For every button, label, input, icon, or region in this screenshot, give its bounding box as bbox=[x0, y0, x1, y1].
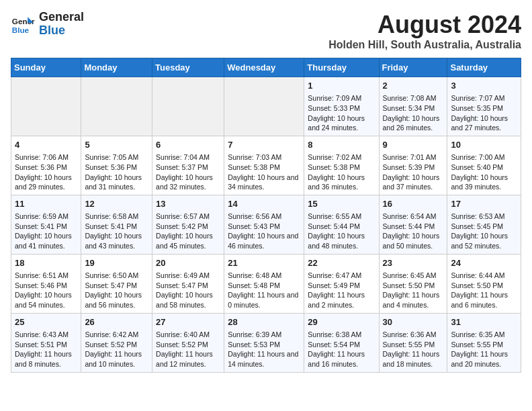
header-saturday: Saturday bbox=[447, 58, 521, 77]
calendar-cell: 13Sunrise: 6:57 AMSunset: 5:42 PMDayligh… bbox=[152, 195, 224, 254]
calendar-cell: 10Sunrise: 7:00 AMSunset: 5:40 PMDayligh… bbox=[447, 136, 521, 195]
day-number: 29 bbox=[308, 316, 375, 328]
calendar-cell: 21Sunrise: 6:48 AMSunset: 5:48 PMDayligh… bbox=[224, 254, 304, 313]
calendar-week-row: 11Sunrise: 6:59 AMSunset: 5:41 PMDayligh… bbox=[11, 195, 521, 254]
calendar-cell: 28Sunrise: 6:39 AMSunset: 5:53 PMDayligh… bbox=[224, 313, 304, 372]
calendar-cell: 26Sunrise: 6:42 AMSunset: 5:52 PMDayligh… bbox=[81, 313, 152, 372]
day-info: Sunrise: 7:01 AMSunset: 5:39 PMDaylight:… bbox=[383, 152, 444, 192]
calendar-cell: 5Sunrise: 7:05 AMSunset: 5:36 PMDaylight… bbox=[81, 136, 152, 195]
calendar-cell bbox=[11, 77, 81, 136]
day-number: 10 bbox=[451, 139, 517, 151]
day-info: Sunrise: 7:08 AMSunset: 5:34 PMDaylight:… bbox=[383, 93, 444, 133]
calendar-cell: 25Sunrise: 6:43 AMSunset: 5:51 PMDayligh… bbox=[11, 313, 81, 372]
calendar-cell: 11Sunrise: 6:59 AMSunset: 5:41 PMDayligh… bbox=[11, 195, 81, 254]
calendar-week-row: 25Sunrise: 6:43 AMSunset: 5:51 PMDayligh… bbox=[11, 313, 521, 372]
day-number: 3 bbox=[451, 80, 517, 92]
calendar-cell: 3Sunrise: 7:07 AMSunset: 5:35 PMDaylight… bbox=[447, 77, 521, 136]
day-number: 14 bbox=[228, 198, 300, 210]
day-number: 5 bbox=[85, 139, 148, 151]
day-info: Sunrise: 6:51 AMSunset: 5:46 PMDaylight:… bbox=[15, 271, 77, 310]
calendar-cell: 16Sunrise: 6:54 AMSunset: 5:44 PMDayligh… bbox=[379, 195, 447, 254]
day-number: 24 bbox=[451, 257, 517, 269]
calendar-header-row: Sunday Monday Tuesday Wednesday Thursday… bbox=[11, 58, 521, 77]
day-info: Sunrise: 6:44 AMSunset: 5:50 PMDaylight:… bbox=[451, 271, 517, 310]
day-number: 9 bbox=[383, 139, 444, 151]
page-header: General Blue General Blue August 2024 Ho… bbox=[11, 11, 521, 51]
main-title: August 2024 bbox=[328, 11, 521, 39]
calendar-cell: 2Sunrise: 7:08 AMSunset: 5:34 PMDaylight… bbox=[379, 77, 447, 136]
calendar-cell: 8Sunrise: 7:02 AMSunset: 5:38 PMDaylight… bbox=[304, 136, 379, 195]
calendar-cell: 23Sunrise: 6:45 AMSunset: 5:50 PMDayligh… bbox=[379, 254, 447, 313]
day-info: Sunrise: 6:55 AMSunset: 5:44 PMDaylight:… bbox=[308, 212, 375, 251]
day-info: Sunrise: 6:42 AMSunset: 5:52 PMDaylight:… bbox=[85, 330, 148, 369]
calendar-cell: 4Sunrise: 7:06 AMSunset: 5:36 PMDaylight… bbox=[11, 136, 81, 195]
logo-icon: General Blue bbox=[11, 12, 35, 36]
header-sunday: Sunday bbox=[11, 58, 81, 77]
calendar-cell bbox=[224, 77, 304, 136]
day-number: 17 bbox=[451, 198, 517, 210]
day-number: 19 bbox=[85, 257, 148, 269]
day-info: Sunrise: 7:00 AMSunset: 5:40 PMDaylight:… bbox=[451, 152, 517, 192]
day-number: 18 bbox=[15, 257, 77, 269]
day-info: Sunrise: 6:39 AMSunset: 5:53 PMDaylight:… bbox=[228, 330, 300, 369]
day-number: 21 bbox=[228, 257, 300, 269]
calendar-cell: 7Sunrise: 7:03 AMSunset: 5:38 PMDaylight… bbox=[224, 136, 304, 195]
day-number: 12 bbox=[85, 198, 148, 210]
logo-text: General Blue bbox=[39, 11, 84, 38]
day-info: Sunrise: 7:06 AMSunset: 5:36 PMDaylight:… bbox=[15, 152, 77, 192]
day-info: Sunrise: 6:59 AMSunset: 5:41 PMDaylight:… bbox=[15, 212, 77, 251]
calendar-cell: 1Sunrise: 7:09 AMSunset: 5:33 PMDaylight… bbox=[304, 77, 379, 136]
day-number: 23 bbox=[383, 257, 444, 269]
day-number: 30 bbox=[383, 316, 444, 328]
day-info: Sunrise: 6:49 AMSunset: 5:47 PMDaylight:… bbox=[156, 271, 220, 310]
calendar-table: Sunday Monday Tuesday Wednesday Thursday… bbox=[11, 58, 521, 373]
day-info: Sunrise: 7:03 AMSunset: 5:38 PMDaylight:… bbox=[228, 152, 300, 192]
title-block: August 2024 Holden Hill, South Australia… bbox=[328, 11, 521, 51]
day-info: Sunrise: 6:45 AMSunset: 5:50 PMDaylight:… bbox=[383, 271, 444, 310]
day-number: 2 bbox=[383, 80, 444, 92]
day-info: Sunrise: 6:50 AMSunset: 5:47 PMDaylight:… bbox=[85, 271, 148, 310]
day-info: Sunrise: 7:07 AMSunset: 5:35 PMDaylight:… bbox=[451, 93, 517, 133]
calendar-cell: 20Sunrise: 6:49 AMSunset: 5:47 PMDayligh… bbox=[152, 254, 224, 313]
calendar-cell: 9Sunrise: 7:01 AMSunset: 5:39 PMDaylight… bbox=[379, 136, 447, 195]
day-info: Sunrise: 6:48 AMSunset: 5:48 PMDaylight:… bbox=[228, 271, 300, 310]
day-info: Sunrise: 6:54 AMSunset: 5:44 PMDaylight:… bbox=[383, 212, 444, 251]
day-number: 27 bbox=[156, 316, 220, 328]
day-number: 13 bbox=[156, 198, 220, 210]
calendar-cell: 31Sunrise: 6:35 AMSunset: 5:55 PMDayligh… bbox=[447, 313, 521, 372]
day-number: 16 bbox=[383, 198, 444, 210]
day-number: 28 bbox=[228, 316, 300, 328]
calendar-cell: 24Sunrise: 6:44 AMSunset: 5:50 PMDayligh… bbox=[447, 254, 521, 313]
day-number: 4 bbox=[15, 139, 77, 151]
day-number: 25 bbox=[15, 316, 77, 328]
day-number: 8 bbox=[308, 139, 375, 151]
logo: General Blue General Blue bbox=[11, 11, 84, 38]
calendar-cell: 12Sunrise: 6:58 AMSunset: 5:41 PMDayligh… bbox=[81, 195, 152, 254]
day-number: 22 bbox=[308, 257, 375, 269]
header-thursday: Thursday bbox=[304, 58, 379, 77]
day-info: Sunrise: 6:57 AMSunset: 5:42 PMDaylight:… bbox=[156, 212, 220, 251]
day-number: 6 bbox=[156, 139, 220, 151]
header-monday: Monday bbox=[81, 58, 152, 77]
day-number: 26 bbox=[85, 316, 148, 328]
svg-text:Blue: Blue bbox=[12, 25, 30, 34]
day-number: 15 bbox=[308, 198, 375, 210]
day-info: Sunrise: 6:35 AMSunset: 5:55 PMDaylight:… bbox=[451, 330, 517, 369]
day-number: 11 bbox=[15, 198, 77, 210]
calendar-cell: 6Sunrise: 7:04 AMSunset: 5:37 PMDaylight… bbox=[152, 136, 224, 195]
header-tuesday: Tuesday bbox=[152, 58, 224, 77]
day-info: Sunrise: 7:09 AMSunset: 5:33 PMDaylight:… bbox=[308, 93, 375, 133]
day-info: Sunrise: 6:47 AMSunset: 5:49 PMDaylight:… bbox=[308, 271, 375, 310]
day-info: Sunrise: 6:40 AMSunset: 5:52 PMDaylight:… bbox=[156, 330, 220, 369]
calendar-cell: 17Sunrise: 6:53 AMSunset: 5:45 PMDayligh… bbox=[447, 195, 521, 254]
day-info: Sunrise: 6:36 AMSunset: 5:55 PMDaylight:… bbox=[383, 330, 444, 369]
day-number: 20 bbox=[156, 257, 220, 269]
calendar-cell: 14Sunrise: 6:56 AMSunset: 5:43 PMDayligh… bbox=[224, 195, 304, 254]
calendar-cell: 27Sunrise: 6:40 AMSunset: 5:52 PMDayligh… bbox=[152, 313, 224, 372]
day-info: Sunrise: 7:04 AMSunset: 5:37 PMDaylight:… bbox=[156, 152, 220, 192]
header-friday: Friday bbox=[379, 58, 447, 77]
day-info: Sunrise: 6:58 AMSunset: 5:41 PMDaylight:… bbox=[85, 212, 148, 251]
day-number: 1 bbox=[308, 80, 375, 92]
day-info: Sunrise: 6:53 AMSunset: 5:45 PMDaylight:… bbox=[451, 212, 517, 251]
calendar-week-row: 1Sunrise: 7:09 AMSunset: 5:33 PMDaylight… bbox=[11, 77, 521, 136]
